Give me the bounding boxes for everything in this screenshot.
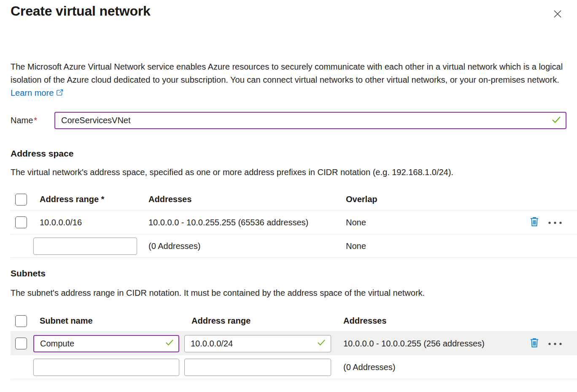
subnet-name-input[interactable] [33, 335, 179, 352]
subnets-heading: Subnets [11, 268, 577, 278]
subnets-table: Subnet name Address range Addresses [11, 311, 577, 379]
name-field-row: Name* [11, 112, 577, 129]
panel-header: Create virtual network [11, 3, 577, 24]
column-header-overlap: Overlap [337, 195, 577, 204]
close-button[interactable] [549, 5, 566, 24]
subnets-table-header: Subnet name Address range Addresses [11, 311, 577, 332]
subnet-addresses-value: 10.0.0.0 - 10.0.0.255 (256 addresses) [336, 339, 528, 349]
new-subnet-name-input[interactable] [33, 359, 179, 376]
address-space-table: Address range * Addresses Overlap 10.0.0… [11, 189, 577, 258]
address-space-row: 10.0.0.0/16 10.0.0.0 - 10.0.255.255 (655… [11, 211, 577, 235]
delete-subnet-button[interactable] [528, 336, 541, 351]
intro-paragraph: The Microsoft Azure Virtual Network serv… [11, 60, 565, 100]
column-header-subnet-address-range: Address range [184, 316, 336, 326]
learn-more-link[interactable]: Learn more [11, 88, 64, 97]
new-row-addresses: (0 Addresses) [142, 241, 337, 251]
address-range-value: 10.0.0.0/16 [33, 218, 142, 227]
subnet-row-checkbox[interactable] [15, 338, 27, 349]
address-space-new-row: (0 Addresses) None [11, 235, 577, 258]
more-actions-icon [548, 219, 562, 226]
external-link-icon [54, 88, 64, 97]
column-header-subnet-addresses: Addresses [336, 316, 577, 326]
column-header-address-range: Address range * [33, 195, 142, 204]
subnet-more-actions-button[interactable] [547, 340, 563, 348]
new-subnet-address-range-input[interactable] [184, 359, 331, 376]
address-space-heading: Address space [11, 149, 577, 159]
delete-row-button[interactable] [528, 215, 541, 230]
column-header-addresses: Addresses [142, 195, 337, 204]
row-checkbox[interactable] [15, 216, 27, 228]
address-space-table-header: Address range * Addresses Overlap [11, 189, 577, 211]
delete-icon [529, 337, 540, 350]
subnet-address-range-input[interactable] [184, 335, 331, 352]
intro-text: The Microsoft Azure Virtual Network serv… [11, 62, 563, 84]
column-header-subnet-name: Subnet name [33, 316, 184, 326]
required-asterisk: * [34, 116, 37, 125]
more-actions-icon [548, 341, 562, 347]
close-icon [551, 15, 564, 22]
name-label: Name* [11, 116, 54, 125]
addresses-value: 10.0.0.0 - 10.0.255.255 (65536 addresses… [142, 218, 337, 227]
subnet-select-all-checkbox[interactable] [15, 315, 27, 327]
more-actions-button[interactable] [547, 219, 563, 227]
new-address-range-input[interactable] [33, 238, 137, 255]
create-virtual-network-panel: Create virtual network The Microsoft Azu… [0, 0, 577, 379]
delete-icon [529, 216, 540, 229]
new-subnet-addresses: (0 Addresses) [336, 362, 577, 372]
new-row-overlap: None [337, 241, 577, 251]
subnet-new-row: (0 Addresses) [11, 355, 577, 379]
name-input[interactable] [54, 112, 566, 129]
overlap-value: None [337, 218, 528, 227]
subnet-row: 10.0.0.0 - 10.0.0.255 (256 addresses) [11, 332, 577, 355]
address-space-description: The virtual network's address space, spe… [11, 168, 577, 177]
subnets-description: The subnet's address range in CIDR notat… [11, 288, 577, 298]
select-all-checkbox[interactable] [15, 194, 27, 205]
page-title: Create virtual network [11, 3, 151, 19]
